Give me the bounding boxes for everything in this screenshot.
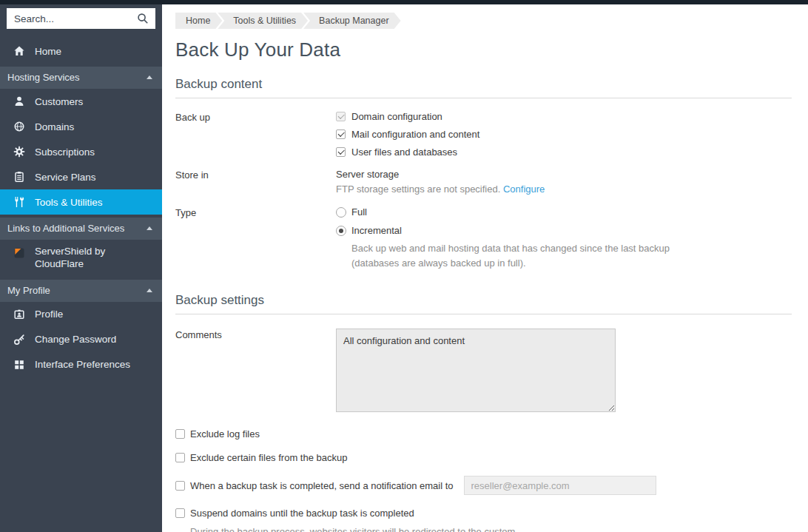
sidebar-item-label: Home <box>35 46 61 57</box>
sidebar-item-label: Profile <box>35 309 63 320</box>
sidebar-section-my-profile[interactable]: My Profile <box>0 280 162 302</box>
tools-icon <box>13 196 25 208</box>
sidebar-item-label: ServerShield by CloudFlare <box>35 246 146 271</box>
notification-email-input[interactable] <box>464 476 656 495</box>
checkbox-suspend-domains[interactable] <box>175 508 185 518</box>
sidebar-item-service-plans[interactable]: Service Plans <box>0 164 162 189</box>
sidebar-item-label: Subscriptions <box>35 147 95 158</box>
search-input[interactable] <box>14 13 137 24</box>
section-label: Hosting Services <box>7 72 80 83</box>
checkbox-user-files[interactable] <box>336 147 346 157</box>
sidebar: Home Hosting Services Customers <box>0 4 162 532</box>
sidebar-item-interface-preferences[interactable]: Interface Preferences <box>0 352 162 377</box>
sidebar-section-hosting-services[interactable]: Hosting Services <box>0 67 162 89</box>
store-in-value: Server storage <box>336 169 792 180</box>
sidebar-item-profile[interactable]: Profile <box>0 302 162 327</box>
checkbox-label: Domain configuration <box>351 111 442 122</box>
globe-icon <box>13 121 25 132</box>
sidebar-item-subscriptions[interactable]: Subscriptions <box>0 139 162 164</box>
ftp-storage-note: FTP storage settings are not specified. … <box>336 183 792 195</box>
incremental-help-text: Back up web and mail hosting data that h… <box>351 241 686 271</box>
comments-textarea[interactable]: All configuration and content <box>336 329 616 412</box>
comments-label: Comments <box>175 329 336 414</box>
sidebar-item-customers[interactable]: Customers <box>0 89 162 114</box>
section-heading-backup-content: Backup content <box>175 77 792 98</box>
section-label: My Profile <box>7 285 50 296</box>
section-label: Links to Additional Services <box>7 223 124 234</box>
sidebar-section-additional-services[interactable]: Links to Additional Services <box>0 218 162 240</box>
back-up-label: Back up <box>175 111 336 158</box>
radio-full[interactable] <box>336 207 346 218</box>
checkbox-label: Mail configuration and content <box>351 129 479 140</box>
checkbox-exclude-log-files[interactable] <box>175 429 185 439</box>
sidebar-item-label: Change Password <box>35 334 116 345</box>
key-icon <box>13 334 25 346</box>
sidebar-item-label: Interface Preferences <box>35 359 130 370</box>
main-content: Home Tools & Utilities Backup Manager Ba… <box>162 4 808 532</box>
grid-icon <box>13 359 25 371</box>
radio-line-incremental: Incremental <box>336 225 792 236</box>
radio-line-full: Full <box>336 206 792 218</box>
store-in-row: Store in Server storage FTP storage sett… <box>175 169 792 195</box>
breadcrumb: Home Tools & Utilities Backup Manager <box>175 13 792 29</box>
checkbox-label: User files and databases <box>351 147 457 158</box>
home-icon <box>13 45 25 57</box>
sidebar-item-home[interactable]: Home <box>0 38 162 64</box>
checkbox-mail-configuration[interactable] <box>336 129 346 139</box>
breadcrumb-backup-manager: Backup Manager <box>303 13 401 29</box>
cloudflare-shield-icon <box>13 247 25 259</box>
breadcrumb-home[interactable]: Home <box>175 13 222 29</box>
collapse-caret-icon <box>147 75 152 79</box>
suspend-help-text: During the backup process, websites visi… <box>190 525 538 532</box>
checkbox-label: Exclude log files <box>190 428 260 440</box>
checkbox-label: Exclude certain files from the backup <box>190 452 347 463</box>
type-label: Type <box>175 206 336 271</box>
sidebar-item-change-password[interactable]: Change Password <box>0 327 162 352</box>
collapse-caret-icon <box>147 226 152 230</box>
clipboard-icon <box>13 171 25 183</box>
notification-row: When a backup task is completed, send a … <box>175 476 792 495</box>
sidebar-item-label: Service Plans <box>35 172 96 183</box>
sidebar-item-label: Tools & Utilities <box>35 197 103 208</box>
configure-link[interactable]: Configure <box>503 183 545 195</box>
radio-incremental[interactable] <box>336 226 346 236</box>
section-heading-backup-settings: Backup settings <box>175 293 792 314</box>
search-icon[interactable] <box>137 13 149 24</box>
sidebar-item-servershield[interactable]: ServerShield by CloudFlare <box>0 240 162 277</box>
ftp-note-text: FTP storage settings are not specified. <box>336 183 500 195</box>
id-badge-icon <box>13 309 25 320</box>
back-up-row: Back up Domain configuration Mail config… <box>175 111 792 158</box>
collapse-caret-icon <box>147 289 152 292</box>
exclude-files-row: Exclude certain files from the backup <box>175 452 792 463</box>
search-box[interactable] <box>7 8 155 29</box>
check-line-domain-configuration: Domain configuration <box>336 111 792 122</box>
store-in-label: Store in <box>175 169 336 195</box>
breadcrumb-tools-utilities[interactable]: Tools & Utilities <box>218 13 308 29</box>
app-layout: Home Hosting Services Customers <box>0 4 808 532</box>
checkbox-label: Suspend domains until the backup task is… <box>190 508 414 519</box>
checkbox-label: When a backup task is completed, send a … <box>190 480 454 491</box>
sidebar-item-label: Customers <box>35 96 83 107</box>
type-row: Type Full Incremental Back up web and ma… <box>175 206 792 271</box>
sidebar-item-label: Domains <box>35 121 74 132</box>
customers-person-icon <box>13 95 25 107</box>
sidebar-item-tools-utilities[interactable]: Tools & Utilities <box>0 189 162 215</box>
checkbox-send-notification[interactable] <box>175 481 185 491</box>
comments-row: Comments All configuration and content <box>175 329 792 414</box>
exclude-log-row: Exclude log files <box>175 428 792 440</box>
checkbox-domain-configuration[interactable] <box>336 112 346 121</box>
radio-label: Full <box>351 206 367 218</box>
checkbox-exclude-certain-files[interactable] <box>175 453 185 462</box>
suspend-domains-row: Suspend domains until the backup task is… <box>175 508 792 519</box>
check-line-user-files: User files and databases <box>336 147 792 158</box>
check-line-mail-configuration: Mail configuration and content <box>336 129 792 140</box>
gear-icon <box>13 146 25 158</box>
radio-label: Incremental <box>351 225 402 236</box>
page-title: Back Up Your Data <box>175 38 792 61</box>
sidebar-item-domains[interactable]: Domains <box>0 114 162 139</box>
